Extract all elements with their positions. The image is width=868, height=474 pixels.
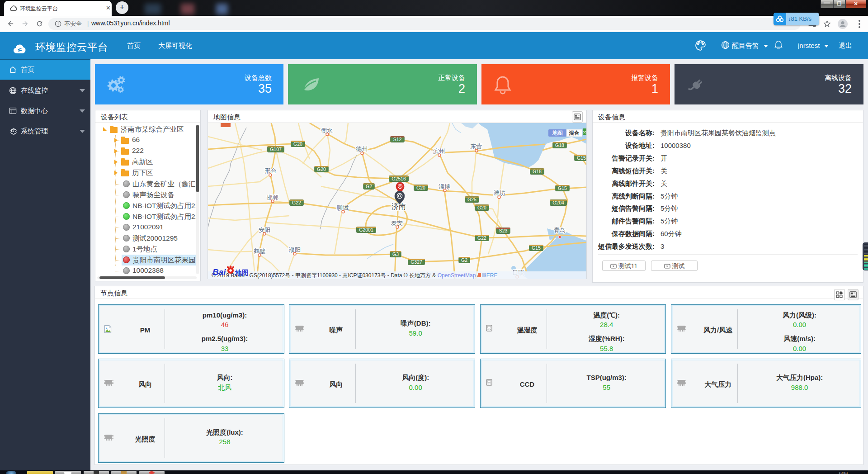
svg-text:G20: G20	[416, 185, 425, 190]
svg-text:G2: G2	[366, 184, 372, 189]
svg-text:G20: G20	[293, 141, 302, 147]
svg-text:混合: 混合	[569, 130, 580, 136]
svg-text:济南: 济南	[392, 203, 406, 210]
svg-text:G15: G15	[532, 245, 541, 251]
svg-text:潍坊: 潍坊	[493, 190, 505, 196]
svg-text:G2: G2	[461, 257, 467, 263]
svg-text:G15: G15	[577, 155, 586, 161]
svg-text:青岛: 青岛	[554, 227, 566, 233]
svg-text:G2001: G2001	[359, 227, 373, 232]
svg-text:G25: G25	[467, 197, 476, 202]
svg-text:地图: 地图	[235, 269, 249, 276]
svg-text:G204: G204	[552, 200, 564, 205]
svg-text:G2516: G2516	[392, 176, 406, 181]
svg-text:东营: 东营	[470, 143, 482, 150]
svg-text:G22: G22	[477, 235, 486, 241]
svg-text:地图: 地图	[552, 130, 563, 136]
svg-text:G18: G18	[533, 169, 542, 174]
svg-text:G18: G18	[555, 142, 564, 148]
svg-text:G107: G107	[270, 147, 282, 152]
svg-text:S23: S23	[499, 228, 508, 233]
svg-text:G20: G20	[477, 205, 486, 210]
svg-text:G3: G3	[392, 251, 399, 257]
svg-text:G20: G20	[317, 166, 326, 172]
svg-text:邢台: 邢台	[265, 167, 277, 174]
svg-text:S12: S12	[393, 137, 402, 142]
svg-text:Bai: Bai	[212, 267, 226, 277]
svg-text:06: 06	[583, 130, 586, 134]
svg-text:G22: G22	[292, 200, 301, 205]
svg-text:G15: G15	[558, 185, 567, 191]
svg-text:德州: 德州	[356, 146, 368, 152]
svg-text:© 2019 Baidu - GS(2018)5572号 -: © 2019 Baidu - GS(2018)5572号 - 甲测资字11009…	[212, 272, 497, 279]
svg-text:G327: G327	[410, 259, 422, 265]
